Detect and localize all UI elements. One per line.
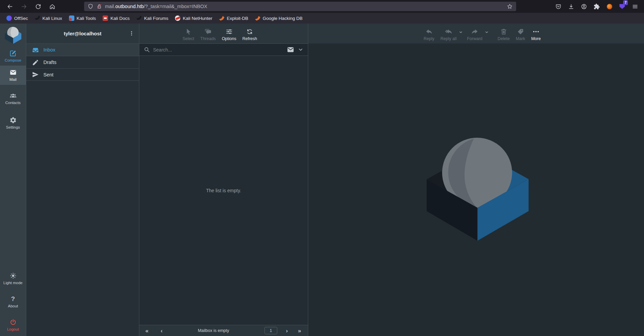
nethunter-favicon [175, 15, 180, 21]
refresh-button[interactable]: Refresh [239, 26, 260, 43]
bookmark-label: Google Hacking DB [263, 16, 303, 21]
folder-sent[interactable]: Sent [26, 68, 139, 81]
toolbar-label: Select [183, 36, 194, 41]
mark-button[interactable]: Mark [513, 26, 528, 43]
sidebar-item-light-mode[interactable]: Light mode [0, 269, 26, 288]
bookmark-star-icon[interactable] [507, 3, 513, 9]
pencil-icon [32, 59, 39, 66]
sliders-icon [225, 28, 233, 35]
extension-foxyproxy-button[interactable] [605, 2, 614, 11]
toolbar-label: Reply all [440, 36, 457, 41]
sidebar-label: Logout [7, 327, 19, 331]
more-dots-icon [532, 28, 540, 35]
forward-button[interactable] [20, 2, 28, 11]
bookmark-google-hacking-db[interactable]: Google Hacking DB [253, 14, 305, 22]
sidebar-item-settings[interactable]: Settings [0, 113, 26, 133]
browser-action-buttons: 7 [554, 2, 644, 11]
url-path: /?_task=mail&_mbox=INBOX [144, 4, 207, 9]
bookmark-kali-docs[interactable]: Kali Docs [100, 14, 132, 22]
bookmarks-bar: OffSec Kali Linux Kali Tools Kali Docs K… [0, 13, 644, 24]
toolbar-label: Forward [467, 36, 482, 41]
insecure-lock-icon[interactable] [96, 3, 102, 9]
search-input[interactable] [153, 47, 284, 53]
kali-dragon-favicon [35, 15, 40, 21]
menu-button[interactable] [631, 2, 639, 11]
first-page-button[interactable]: « [145, 328, 148, 334]
kali-docs-favicon [103, 15, 108, 21]
mailbox-status: Mailbox is empty [163, 328, 264, 333]
kebab-menu-icon [129, 30, 135, 36]
extension-wappalyzer-button[interactable]: 7 [618, 2, 627, 11]
account-name: tyler@localhost [64, 31, 101, 36]
toolbar-label: Delete [498, 36, 510, 41]
bookmark-label: Kali NetHunter [183, 16, 212, 21]
sidebar-label: Mail [9, 77, 16, 81]
downloads-icon [568, 3, 574, 10]
extensions-button[interactable] [592, 2, 601, 11]
extension-badge: 7 [623, 0, 628, 5]
inbox-icon [32, 46, 39, 54]
bookmark-kali-nethunter[interactable]: Kali NetHunter [173, 14, 215, 22]
search-icon [144, 46, 150, 53]
hamburger-menu-icon [632, 3, 638, 10]
delete-button[interactable]: Delete [495, 26, 513, 43]
folder-inbox[interactable]: Inbox [26, 43, 139, 56]
forward-button-mail[interactable]: Forward [464, 26, 486, 43]
last-page-button[interactable]: » [298, 328, 301, 334]
shield-icon[interactable] [87, 3, 94, 9]
forward-dropdown-caret[interactable] [484, 30, 489, 35]
options-button[interactable]: Options [219, 26, 239, 43]
sidebar-item-logout[interactable]: Logout [0, 315, 26, 335]
sidebar-item-mail[interactable]: Mail [0, 66, 26, 85]
url-bar[interactable]: mail.outbound.htb/?_task=mail&_mbox=INBO… [84, 2, 516, 11]
reply-all-button[interactable]: Reply all [437, 26, 460, 43]
kali-dragon-favicon [136, 15, 142, 21]
compose-icon [9, 49, 17, 57]
bookmark-kali-linux[interactable]: Kali Linux [32, 14, 65, 22]
url-domain: outbound.htb [115, 4, 144, 9]
question-icon: ? [9, 295, 17, 303]
back-button[interactable] [5, 2, 14, 11]
folder-list-panel: tyler@localhost Inbox Drafts Sent [26, 24, 139, 336]
threads-button[interactable]: Threads [197, 26, 219, 43]
sidebar-label: Contacts [5, 101, 21, 105]
reply-icon [425, 28, 433, 35]
pocket-button[interactable] [554, 2, 563, 11]
sidebar-label: Settings [6, 125, 20, 129]
folder-menu-button[interactable] [128, 29, 136, 37]
pocket-icon [555, 3, 562, 10]
select-button[interactable]: Select [180, 26, 198, 43]
envelope-icon [287, 46, 294, 54]
sidebar-item-about[interactable]: ? About [0, 292, 26, 311]
downloads-button[interactable] [567, 2, 575, 11]
search-scope-button[interactable] [287, 46, 303, 54]
reply-all-icon [445, 28, 452, 35]
reply-all-dropdown-caret[interactable] [458, 30, 463, 35]
toolbar-label: Refresh [242, 36, 257, 41]
bookmark-label: Kali Tools [77, 16, 96, 21]
foxyproxy-icon [607, 4, 612, 9]
toolbar-label: Options [222, 36, 236, 41]
search-bar [139, 43, 308, 56]
sidebar-item-compose[interactable]: Compose [0, 46, 26, 66]
home-button[interactable] [48, 2, 57, 11]
toolbar-label: More [531, 36, 541, 41]
paper-plane-icon [32, 71, 39, 78]
bookmark-kali-forums[interactable]: Kali Forums [134, 14, 171, 22]
page-number-input[interactable] [264, 327, 277, 334]
folder-drafts[interactable]: Drafts [26, 56, 139, 68]
reply-button[interactable]: Reply [421, 26, 437, 43]
bookmark-kali-tools[interactable]: Kali Tools [67, 14, 99, 22]
account-button[interactable] [579, 2, 588, 11]
folder-label: Inbox [43, 47, 55, 53]
next-page-button[interactable]: › [286, 328, 288, 334]
pagination-bar: « ‹ Mailbox is empty › » [139, 325, 308, 336]
more-button[interactable]: More [528, 26, 544, 43]
reload-button[interactable] [34, 2, 42, 11]
bookmark-exploit-db[interactable]: Exploit-DB [217, 14, 251, 22]
bookmark-offsec[interactable]: OffSec [4, 14, 30, 22]
app-sidebar: Compose Mail Contacts Settings Light mod… [0, 24, 26, 336]
roundcube-logo [4, 26, 23, 44]
sidebar-item-contacts[interactable]: Contacts [0, 89, 26, 108]
ghdb-favicon [255, 15, 260, 21]
